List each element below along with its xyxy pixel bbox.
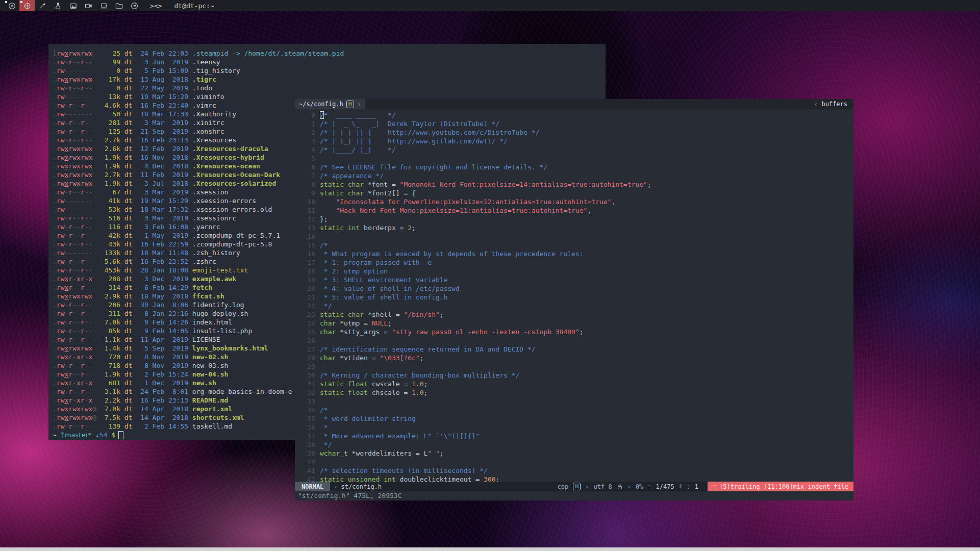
file-permissions: .rw------- [53, 66, 96, 75]
code-line[interactable]: 21 * 5: value of shell in config.h [295, 293, 853, 302]
file-owner: dt [124, 118, 133, 127]
code-line[interactable]: 36 * [295, 423, 853, 432]
workspace-tag-6[interactable] [81, 0, 96, 11]
code-line[interactable]: 19 * 3: SHELL environment variable [295, 276, 853, 284]
code-line[interactable]: 39wchar_t *worddelimiters = L" "; [295, 449, 853, 458]
code-line[interactable]: 10 "Inconsolata for Powerline:pixelsize=… [295, 197, 853, 206]
code-line[interactable]: 5 [295, 154, 853, 163]
code-line[interactable]: 0/* ____ _____ */ [295, 111, 853, 119]
target-icon [23, 2, 31, 10]
line-number: 6 [295, 163, 315, 171]
file-name: lynx_bookmarks.html [192, 344, 268, 353]
code-line[interactable]: 3/* | |_| || | http://www.gitlab.com/dwt… [295, 137, 853, 145]
file-name: .Xresources [192, 136, 236, 144]
file-permissions: .rw------- [53, 248, 96, 257]
list-item: lrwxrwxrwx 25dt24 Feb 22:03.steampid -> … [53, 49, 606, 58]
file-name: new-03.sh [192, 361, 228, 370]
workspace-tag-2[interactable] [19, 0, 35, 11]
vim-window[interactable]: ~/s/config.h H › ‹ buffers 0/* ____ ____… [295, 99, 853, 500]
file-owner: dt [124, 66, 133, 75]
code-line[interactable]: 2/* | | | || | http://www.youtube.com/c/… [295, 128, 853, 137]
code-line[interactable]: 11 "Hack Nerd Font Mono:pixelsize=11:ant… [295, 206, 853, 215]
file-owner: dt [124, 188, 133, 196]
file-date: 3 Jul 2018 [140, 179, 188, 188]
file-date: 5 Sep 2019 [140, 344, 188, 353]
code-line[interactable]: 20 * 4: value of shell in /etc/passwd [295, 284, 853, 293]
workspace-tag-3[interactable] [35, 0, 50, 11]
code-line[interactable]: 33 [295, 397, 853, 406]
file-size: 314 [96, 283, 120, 292]
code-line[interactable]: 24char *utmp = NULL; [295, 319, 853, 328]
code-line[interactable]: 26 [295, 336, 853, 345]
code-line[interactable]: 28char *vtiden = "\033[?6c"; [295, 354, 853, 362]
file-size: 67 [96, 188, 120, 196]
line-number: 12 [295, 215, 315, 223]
code-line[interactable]: 22 */ [295, 302, 853, 310]
code-line[interactable]: 14 [295, 232, 853, 241]
code-line[interactable]: 13static int borderpx = 2; [295, 223, 853, 232]
buffers-tab[interactable]: ‹ buffers [808, 99, 853, 109]
code-line[interactable]: 18 * 2: utmp option [295, 267, 853, 276]
flask-icon [54, 2, 62, 10]
code-line[interactable]: 9static char *font2[] = { [295, 189, 853, 197]
workspace-tag-7[interactable] [96, 0, 111, 11]
file-permissions: .rwxrwxrwx [53, 153, 96, 162]
file-permissions: .rw-r--r-- [53, 84, 96, 92]
code-line[interactable]: 23static char *shell = "/bin/sh"; [295, 310, 853, 319]
file-date: 11 Apr 2019 [140, 335, 188, 344]
line-glyph: ℓ [679, 483, 682, 490]
code-line[interactable]: 30/* Kerning / character bounding-box mu… [295, 371, 853, 380]
line-number: 20 [295, 284, 315, 293]
code-area[interactable]: 0/* ____ _____ */1/* | _ \_ _| Derek Tay… [295, 109, 853, 482]
laptop-icon [100, 2, 108, 10]
file-permissions: .rw------- [53, 196, 96, 205]
code-line[interactable]: 6/* See LICENSE file for copyright and l… [295, 163, 853, 171]
file-permissions: .rw-r--r-- [53, 101, 96, 110]
code-line[interactable]: 17 * 1: program passed with -e [295, 258, 853, 267]
code-line[interactable]: 25char *stty_args = "stty raw pass8 nl -… [295, 328, 853, 336]
file-size: 85k [96, 327, 120, 335]
code-line[interactable]: 37 * More advanced example: L" `'\"()[]{… [295, 432, 853, 440]
file-permissions: .rwxrwxrwx [53, 292, 96, 300]
file-owner: dt [124, 318, 133, 327]
code-line[interactable]: 41/* selection timeouts (in milliseconds… [295, 466, 853, 475]
file-size: 4.6k [96, 101, 120, 110]
tab-config-h[interactable]: ~/s/config.h H › [295, 99, 365, 109]
file-name: .Xauthority [192, 110, 236, 118]
layout-indicator[interactable]: ><> [150, 2, 162, 10]
file-name: .zshrc [192, 257, 216, 266]
line-number: 25 [295, 328, 315, 336]
code-line[interactable]: 16 * What program is execed by st depend… [295, 249, 853, 258]
code-line[interactable]: 8static char *font = "Mononoki Nerd Font… [295, 180, 853, 189]
code-line[interactable]: 29 [295, 362, 853, 371]
file-size: 453k [96, 266, 120, 274]
code-line[interactable]: 38 */ [295, 440, 853, 449]
code-line[interactable]: 42static unsigned int doubleclicktimeout… [295, 475, 853, 482]
file-permissions: .rwxrwxrwx [53, 75, 96, 84]
file-owner: dt [124, 266, 133, 274]
prompt-cwd: ~ [53, 431, 57, 439]
code-line[interactable]: 40 [295, 458, 853, 466]
code-line[interactable]: 15/* [295, 241, 853, 249]
code-line[interactable]: 35 * word delimiter string [295, 414, 853, 423]
workspace-tag-8[interactable] [111, 0, 127, 11]
code-line[interactable]: 1/* | _ \_ _| Derek Taylor (DistroTube) … [295, 119, 853, 128]
line-number: 22 [295, 302, 315, 310]
code-line[interactable]: 4/* |____/ |_| */ [295, 145, 853, 154]
file-permissions: .rwxrwxrwx@ [53, 405, 96, 413]
workspace-tag-4[interactable] [50, 0, 65, 11]
code-line[interactable]: 31static float cwscale = 1.0; [295, 380, 853, 388]
eyedropper-icon [39, 2, 46, 10]
statusline-right: cpp H ‹ utf-8 ‹ 0% ≡ 1/475 ℓ : 1 ≡ [5]tr… [558, 482, 853, 491]
code-line[interactable]: 12}; [295, 215, 853, 223]
code-line[interactable]: 7/* appearance */ [295, 171, 853, 180]
code-line[interactable]: 32static float chscale = 1.0; [295, 388, 853, 397]
compass-icon [8, 2, 16, 10]
code-line[interactable]: 34/* [295, 406, 853, 414]
file-permissions: .rw------- [53, 205, 96, 214]
file-permissions: .rw-r--r-- [53, 214, 96, 222]
code-line[interactable]: 27/* identification sequence returned in… [295, 345, 853, 354]
workspace-tag-1[interactable] [4, 0, 19, 11]
workspace-tag-5[interactable] [65, 0, 81, 11]
workspace-tag-9[interactable] [127, 0, 142, 11]
